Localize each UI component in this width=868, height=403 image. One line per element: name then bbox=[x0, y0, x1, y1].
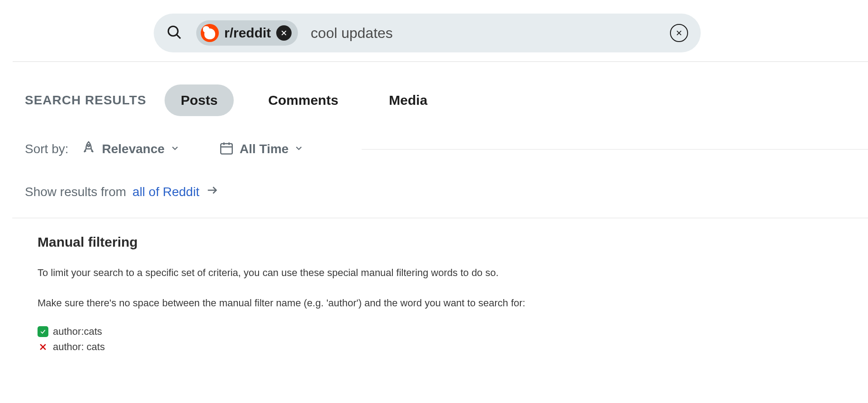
manual-filtering-heading: Manual filtering bbox=[38, 234, 868, 250]
arrow-right-icon bbox=[206, 184, 218, 200]
sort-dropdown[interactable]: Relevance bbox=[81, 141, 180, 158]
check-icon bbox=[38, 326, 48, 337]
manual-filtering-para-2: Make sure there's no space between the m… bbox=[38, 296, 580, 310]
show-results-row: Show results from all of Reddit bbox=[25, 184, 868, 200]
svg-rect-7 bbox=[221, 144, 232, 154]
search-input[interactable] bbox=[311, 25, 670, 42]
example-incorrect-text: author: cats bbox=[53, 341, 105, 353]
clear-search-button[interactable] bbox=[670, 24, 688, 42]
tab-media[interactable]: Media bbox=[373, 84, 443, 116]
search-icon bbox=[166, 24, 182, 42]
all-of-reddit-link[interactable]: all of Reddit bbox=[132, 185, 199, 199]
example-incorrect: author: cats bbox=[38, 341, 868, 353]
search-scope-label: r/reddit bbox=[224, 25, 271, 41]
svg-point-6 bbox=[88, 145, 90, 146]
calendar-icon bbox=[219, 141, 234, 158]
sort-value: Relevance bbox=[102, 142, 165, 156]
remove-scope-button[interactable] bbox=[276, 25, 292, 41]
time-value: All Time bbox=[240, 142, 288, 156]
x-icon bbox=[38, 342, 48, 352]
search-scope-chip[interactable]: r/reddit bbox=[196, 20, 298, 46]
search-bar[interactable]: r/reddit bbox=[154, 14, 701, 52]
chevron-down-icon bbox=[170, 143, 180, 155]
sort-row-divider bbox=[362, 149, 868, 150]
sort-by-label: Sort by: bbox=[25, 142, 68, 156]
example-correct-text: author:cats bbox=[53, 326, 102, 337]
svg-line-1 bbox=[177, 35, 181, 39]
search-bar-container: r/reddit bbox=[0, 0, 868, 52]
tabs-row: SEARCH RESULTS Posts Comments Media bbox=[25, 84, 868, 116]
content-area: SEARCH RESULTS Posts Comments Media Sort… bbox=[0, 62, 868, 353]
time-dropdown[interactable]: All Time bbox=[219, 141, 304, 158]
search-results-label: SEARCH RESULTS bbox=[25, 93, 146, 108]
rocket-icon bbox=[81, 141, 96, 158]
chevron-down-icon bbox=[294, 143, 304, 155]
tab-posts[interactable]: Posts bbox=[165, 84, 234, 116]
show-results-label: Show results from bbox=[25, 185, 126, 199]
subreddit-avatar-icon bbox=[201, 24, 219, 42]
tab-comments[interactable]: Comments bbox=[252, 84, 354, 116]
sort-row: Sort by: Relevance All Time bbox=[25, 141, 868, 158]
manual-filtering-section: Manual filtering To limit your search to… bbox=[25, 218, 868, 353]
svg-point-0 bbox=[168, 26, 178, 36]
example-correct: author:cats bbox=[38, 326, 868, 337]
examples-list: author:cats author: cats bbox=[38, 326, 868, 353]
manual-filtering-para-1: To limit your search to a specific set o… bbox=[38, 266, 580, 280]
